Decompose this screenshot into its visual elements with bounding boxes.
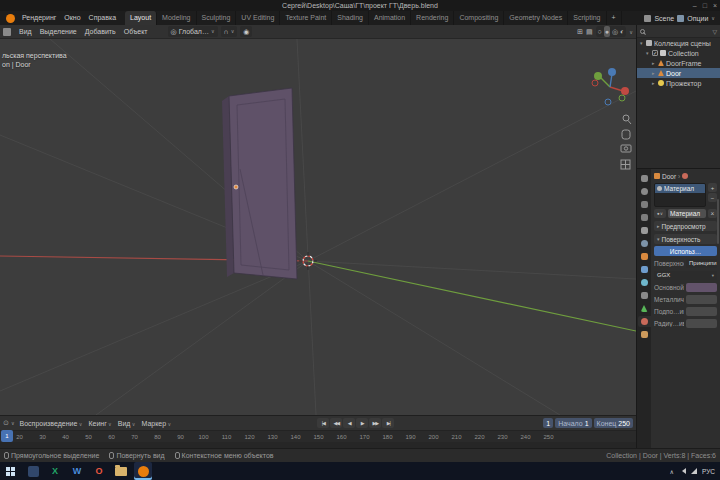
property-control[interactable] [686, 295, 717, 304]
workspace-tab[interactable]: Texture Paint [280, 11, 332, 25]
viewport-menu-item[interactable]: Вид [15, 25, 36, 39]
viewport-menu-item[interactable]: Выделение [36, 25, 81, 39]
scene-name[interactable]: Scene [654, 15, 674, 22]
editor-type-icon[interactable] [3, 28, 11, 36]
expand-arrow-icon[interactable]: ▸ [652, 60, 658, 66]
properties-tab[interactable] [638, 290, 651, 301]
outliner-row[interactable]: ▸ ✓ Прожектор [637, 78, 720, 88]
chevron-down-icon[interactable]: ∨ [711, 15, 715, 21]
properties-tab[interactable] [638, 199, 651, 210]
properties-tab[interactable] [638, 303, 651, 314]
gizmo-z-axis[interactable] [608, 68, 616, 76]
properties-tab[interactable] [638, 238, 651, 249]
property-control[interactable]: Принципи… [686, 259, 717, 268]
material-slot[interactable]: Материал [655, 184, 705, 193]
filter-icon[interactable]: ▽ [712, 28, 717, 35]
search-icon[interactable] [640, 29, 645, 34]
taskbar-app-excel[interactable]: X [46, 462, 64, 480]
3d-viewport[interactable]: льская перспектива on | Door [0, 39, 636, 415]
gizmo-x-neg[interactable] [592, 80, 598, 86]
expand-arrow-icon[interactable]: ▸ [652, 70, 658, 76]
properties-tab[interactable] [638, 277, 651, 288]
proportional-editing-toggle[interactable]: ◉ [240, 26, 252, 37]
timeline-menu-item[interactable]: Маркер [139, 420, 175, 427]
workspace-tab[interactable]: Scripting [568, 11, 606, 25]
window-minimize-button[interactable]: – [693, 2, 697, 9]
snap-toggle[interactable]: ∩ ∨ [221, 26, 238, 37]
camera-view-icon[interactable] [621, 145, 631, 152]
workspace-tab[interactable]: Layout [125, 11, 157, 25]
frame-start-field[interactable]: Начало 1 [555, 418, 591, 428]
timeline-menu-item[interactable]: Воспроизведение [17, 420, 86, 427]
remove-slot-button[interactable]: − [708, 193, 717, 202]
current-frame-field[interactable]: 1 [543, 418, 553, 428]
blender-logo-icon[interactable] [6, 14, 15, 23]
shading-rendered-icon[interactable]: ◐ [620, 26, 624, 37]
properties-tab[interactable] [638, 186, 651, 197]
gizmo-x-axis[interactable] [621, 87, 629, 95]
network-icon[interactable] [691, 468, 697, 474]
shading-wireframe-icon[interactable]: ○ [598, 26, 602, 37]
gizmo-y-neg[interactable] [619, 95, 625, 101]
menu-item[interactable]: Справка [85, 11, 120, 25]
shading-solid-icon[interactable]: ● [604, 26, 610, 37]
playback-button[interactable]: ◀ [343, 418, 355, 428]
window-close-button[interactable]: × [713, 2, 717, 9]
start-button[interactable] [0, 462, 20, 480]
viewport-canvas[interactable] [0, 39, 636, 415]
language-indicator[interactable]: РУС [702, 468, 715, 475]
taskbar-app-opera[interactable]: O [90, 462, 108, 480]
playback-button[interactable]: ▶ [356, 418, 368, 428]
unlink-material-button[interactable]: × [708, 209, 717, 218]
properties-tab[interactable] [638, 316, 651, 327]
menu-item[interactable]: Окно [60, 11, 84, 25]
workspace-tab[interactable]: Geometry Nodes [504, 11, 568, 25]
workspace-tab[interactable]: Sculpting [197, 11, 237, 25]
browse-material-dropdown[interactable]: ●∨ [654, 209, 666, 218]
use-nodes-button[interactable]: Использ… [654, 246, 717, 256]
outliner-row[interactable]: ▾ ✓ Collection [637, 48, 720, 58]
workspace-tab[interactable]: Modeling [157, 11, 196, 25]
workspace-tab[interactable]: + [607, 11, 622, 25]
workspace-tab[interactable]: Compositing [454, 11, 504, 25]
timeline-menu-item[interactable]: Кеинг [85, 420, 114, 427]
surface-panel-header[interactable]: ▾ Поверхность [654, 234, 717, 244]
taskbar-app-word[interactable]: W [68, 462, 86, 480]
transform-orientation-dropdown[interactable]: ◎ Глобал… ∨ [168, 26, 218, 37]
chevron-down-icon[interactable]: ∨ [629, 29, 633, 35]
gizmo-z-neg[interactable] [605, 99, 611, 105]
taskbar-app-mail[interactable] [24, 462, 42, 480]
playhead[interactable]: 1 [1, 430, 13, 442]
viewport-menu-item[interactable]: Добавить [81, 25, 120, 39]
door-object[interactable] [222, 88, 297, 279]
workspace-tab[interactable]: Shading [332, 11, 369, 25]
workspace-tab[interactable]: Animation [369, 11, 411, 25]
properties-tab[interactable] [638, 212, 651, 223]
viewport-menu-item[interactable]: Объект [120, 25, 152, 39]
view-layer-name[interactable]: Опции [687, 15, 708, 22]
workspace-tab[interactable]: UV Editing [236, 11, 280, 25]
gizmos-toggle-icon[interactable]: ⊞ [577, 28, 583, 36]
add-slot-button[interactable]: + [708, 183, 717, 192]
material-name-field[interactable]: Материал [668, 209, 706, 218]
properties-tab[interactable] [638, 225, 651, 236]
properties-tab[interactable] [638, 329, 651, 340]
playback-button[interactable]: ▶▶ [369, 418, 381, 428]
zoom-tool-icon[interactable] [623, 115, 631, 124]
playback-button[interactable]: |◀ [317, 418, 329, 428]
window-maximize-button[interactable]: □ [703, 2, 707, 9]
menu-item[interactable]: Рендеринг [18, 11, 60, 25]
properties-scrollbar[interactable] [717, 199, 719, 244]
ortho-grid-icon[interactable] [621, 160, 630, 169]
taskbar-app-explorer[interactable] [112, 462, 130, 480]
gizmo-y-axis[interactable] [594, 72, 602, 80]
volume-icon[interactable] [679, 468, 686, 474]
property-control[interactable] [686, 283, 717, 292]
workspace-tab[interactable]: Rendering [411, 11, 454, 25]
outliner-row[interactable]: ▸ ✓ DoorFrame [637, 58, 720, 68]
property-control[interactable] [686, 319, 717, 328]
properties-tab[interactable] [638, 251, 651, 262]
shading-material-icon[interactable]: ◎ [612, 26, 618, 37]
frame-end-field[interactable]: Конец 250 [594, 418, 633, 428]
pan-hand-icon[interactable] [622, 130, 630, 139]
